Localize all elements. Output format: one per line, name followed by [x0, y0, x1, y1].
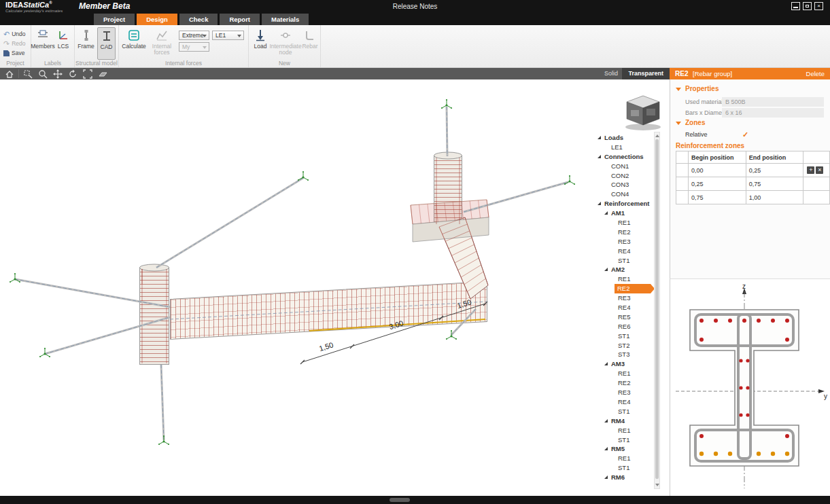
zone-end-cell[interactable]: 0,75: [746, 177, 803, 191]
tree-item-am1[interactable]: AM1: [595, 209, 655, 218]
tree-item-st3[interactable]: ST3: [595, 350, 655, 359]
column-member-right[interactable]: [434, 156, 462, 226]
expander-icon[interactable]: [604, 362, 608, 365]
tree-item-re1[interactable]: RE1: [595, 218, 655, 228]
tree-item-am2[interactable]: AM2: [595, 265, 655, 274]
minimize-button[interactable]: [791, 2, 800, 10]
tree-item-con1[interactable]: CON1: [595, 162, 655, 171]
tree-item-rm5[interactable]: RM5: [595, 444, 655, 454]
expander-icon[interactable]: [598, 202, 601, 205]
tree-item-connections[interactable]: Connections: [595, 152, 655, 162]
lcs-button[interactable]: LCS: [54, 27, 73, 60]
tree-item-reinforcement[interactable]: Reinforcement: [595, 199, 655, 209]
tree-item-re1[interactable]: RE1: [595, 454, 655, 463]
tree-item-st1[interactable]: ST1: [595, 407, 655, 416]
tree-item-st1[interactable]: ST1: [595, 463, 655, 473]
expander-icon[interactable]: [598, 155, 601, 158]
zoom-fit-button[interactable]: [81, 69, 94, 79]
tab-project[interactable]: Project: [94, 14, 135, 25]
tree-scrollbar[interactable]: [654, 132, 660, 489]
tree-item-st1[interactable]: ST1: [595, 331, 655, 341]
tree-item-re2[interactable]: RE2: [595, 284, 655, 293]
zone-row-selector[interactable]: [676, 164, 689, 177]
home-view-button[interactable]: [3, 69, 16, 79]
clipping-plane-button[interactable]: [96, 69, 109, 79]
scroll-down-icon[interactable]: [655, 484, 659, 486]
tree-item-con3[interactable]: CON3: [595, 180, 655, 190]
tree-item-rm6[interactable]: RM6: [595, 473, 655, 482]
tab-check[interactable]: Check: [179, 14, 218, 25]
scrollbar-thumb[interactable]: [655, 139, 659, 479]
delete-button[interactable]: Delete: [806, 68, 825, 79]
zone-end-cell[interactable]: 0,25: [746, 164, 803, 177]
zone-end-cell[interactable]: 1,00: [746, 191, 803, 204]
tree-item-re6[interactable]: RE6: [595, 322, 655, 331]
calculate-button[interactable]: Calculate: [122, 27, 146, 60]
tab-design[interactable]: Design: [137, 14, 177, 25]
used-materials-field[interactable]: B 500B: [722, 97, 824, 107]
tree-item-con2[interactable]: CON2: [595, 171, 655, 181]
zones-section-header[interactable]: Zones: [676, 119, 705, 126]
tab-report[interactable]: Report: [220, 14, 260, 25]
tree-item-re4[interactable]: RE4: [595, 397, 655, 407]
tree-item-con4[interactable]: CON4: [595, 190, 655, 199]
navigation-cube[interactable]: [625, 96, 661, 130]
tree-item-st2[interactable]: ST2: [595, 341, 655, 350]
statusbar-handle[interactable]: [390, 498, 410, 502]
remove-zone-button[interactable]: ×: [816, 166, 823, 174]
expander-icon[interactable]: [604, 419, 608, 422]
bars-diameter-field[interactable]: 6 x 16: [722, 108, 824, 118]
tree-item-re2[interactable]: RE2: [595, 378, 655, 388]
tree-item-am3[interactable]: AM3: [595, 359, 655, 369]
pan-button[interactable]: [51, 69, 65, 79]
maximize-button[interactable]: [803, 2, 812, 10]
tree-item-re4[interactable]: RE4: [595, 247, 655, 256]
redo-button[interactable]: ↷Redo: [3, 39, 26, 48]
expander-icon[interactable]: [604, 475, 608, 479]
save-button[interactable]: Save: [3, 49, 24, 58]
internal-forces-button[interactable]: Internal forces: [149, 27, 175, 60]
zone-row-selector[interactable]: [676, 191, 689, 204]
tree-item-re3[interactable]: RE3: [595, 237, 655, 247]
tree-item-re3[interactable]: RE3: [595, 293, 655, 303]
tree-item-re5[interactable]: RE5: [595, 312, 655, 322]
expander-icon[interactable]: [604, 447, 608, 450]
column-member-left[interactable]: [139, 267, 169, 365]
expander-icon[interactable]: [598, 136, 601, 139]
properties-section-header[interactable]: Properties: [676, 85, 719, 92]
tree-item-le1[interactable]: LE1: [595, 143, 655, 152]
scroll-up-icon[interactable]: [655, 134, 659, 137]
my-dropdown[interactable]: My: [179, 42, 209, 52]
close-button[interactable]: ×: [814, 2, 823, 10]
transparent-mode-button[interactable]: Transparent: [622, 68, 670, 79]
members-button[interactable]: Members: [33, 27, 53, 60]
tree-item-st1[interactable]: ST1: [595, 256, 655, 266]
expander-icon[interactable]: [604, 268, 608, 271]
tree-item-st1[interactable]: ST1: [595, 435, 655, 445]
intermediate-node-button[interactable]: Intermediate node: [271, 27, 300, 60]
load-button[interactable]: Load: [251, 27, 270, 60]
zoom-window-button[interactable]: [21, 69, 35, 79]
tab-materials[interactable]: Materials: [262, 14, 309, 25]
cad-button[interactable]: CAD: [97, 27, 116, 60]
undo-button[interactable]: ↶Undo: [3, 30, 26, 39]
load-case-dropdown[interactable]: LE1: [212, 31, 244, 40]
zone-begin-cell[interactable]: 0,00: [689, 164, 746, 177]
rebar-button[interactable]: Rebar: [301, 27, 319, 60]
add-zone-button[interactable]: +: [807, 166, 814, 174]
tree-item-re1[interactable]: RE1: [595, 426, 655, 435]
release-notes-link[interactable]: Release Notes: [0, 3, 830, 10]
zone-row-selector[interactable]: [676, 177, 689, 191]
zone-begin-cell[interactable]: 0,25: [689, 177, 746, 191]
rotate-button[interactable]: [66, 69, 80, 79]
beam-member[interactable]: [170, 281, 487, 340]
solid-mode-button[interactable]: Solid: [598, 68, 624, 79]
expander-icon[interactable]: [604, 211, 608, 215]
tree-item-loads[interactable]: Loads: [595, 133, 655, 143]
tree-item-re2[interactable]: RE2: [595, 228, 655, 237]
model-viewport[interactable]: 1,50 3,00 1,50 LoadsLE1ConnectionsCON1CO…: [0, 79, 670, 496]
relative-checkbox[interactable]: ✓: [742, 130, 748, 139]
extreme-dropdown[interactable]: Extreme: [179, 31, 209, 40]
tree-item-re1[interactable]: RE1: [595, 369, 655, 378]
tree-item-rm4[interactable]: RM4: [595, 416, 655, 426]
